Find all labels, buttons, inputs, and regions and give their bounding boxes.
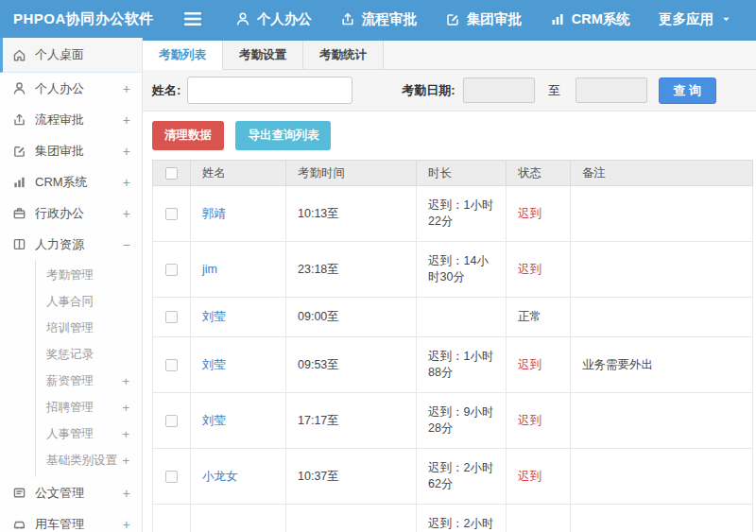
column-header-4: 备注 xyxy=(571,161,753,186)
duration: 迟到：2小时62分 xyxy=(417,449,507,505)
note xyxy=(571,449,753,505)
topnav-label: 更多应用 xyxy=(659,10,713,28)
expand-plus-icon[interactable]: + xyxy=(123,206,130,221)
sidebar-item-5[interactable]: 行政办公+ xyxy=(0,197,142,229)
attendance-time: 10:13至 xyxy=(286,186,417,242)
topnav-item-1[interactable]: 流程审批 xyxy=(340,10,417,28)
sidebar-sub-item-4[interactable]: 薪资管理+ xyxy=(36,368,142,394)
attendance-table: 姓名考勤时间时长状态备注 郭靖10:13至迟到：1小时22分迟到jim23:18… xyxy=(152,160,753,532)
search-button[interactable]: 查 询 xyxy=(659,77,716,104)
sidebar-sub-item-label: 薪资管理 xyxy=(46,373,94,389)
sidebar-item-8[interactable]: 用车管理+ xyxy=(0,508,142,532)
employee-name-link[interactable]: 郭靖 xyxy=(202,207,226,220)
sidebar-item-2[interactable]: 流程审批+ xyxy=(0,104,142,135)
sidebar-sub-item-6[interactable]: 人事管理+ xyxy=(36,420,142,447)
sidebar-item-label: 个人办公 xyxy=(35,80,84,97)
select-all-checkbox[interactable] xyxy=(165,167,178,180)
duration xyxy=(417,298,507,337)
date-from-input[interactable] xyxy=(463,77,535,103)
employee-name-link[interactable]: jim xyxy=(202,263,217,276)
expand-plus-icon[interactable]: + xyxy=(123,112,130,128)
table-row: 刘莹17:17至迟到：9小时28分迟到 xyxy=(153,393,753,449)
table-header-row: 姓名考勤时间时长状态备注 xyxy=(153,161,753,186)
row-checkbox[interactable] xyxy=(165,359,178,371)
tab-0[interactable]: 考勤列表 xyxy=(143,41,223,70)
sidebar-sub-item-7[interactable]: 基础类别设置+ xyxy=(36,447,142,473)
tab-2[interactable]: 考勤统计 xyxy=(303,41,384,70)
note: 1111 xyxy=(571,505,753,532)
status-badge: 迟到 xyxy=(518,470,541,483)
status-badge: 迟到 xyxy=(518,263,541,276)
sidebar-sub-item-label: 奖惩记录 xyxy=(46,347,94,363)
process-icon xyxy=(340,11,355,26)
date-label: 考勤日期: xyxy=(402,82,455,99)
name-label: 姓名: xyxy=(152,82,180,99)
expand-plus-icon[interactable]: + xyxy=(123,175,130,190)
chart-icon xyxy=(12,175,26,189)
book-icon xyxy=(12,237,26,251)
employee-name-link[interactable]: 刘莹 xyxy=(202,310,226,323)
sidebar-sub-list: 考勤管理人事合同培训管理奖惩记录薪资管理+招聘管理+人事管理+基础类别设置+ xyxy=(35,260,142,477)
date-to-input[interactable] xyxy=(576,77,647,103)
topnav-item-4[interactable]: 更多应用 xyxy=(659,10,731,28)
top-navigation: 个人办公流程审批集团审批CRM系统更多应用 xyxy=(235,10,756,28)
process-icon xyxy=(12,112,26,127)
sidebar-sub-item-3[interactable]: 奖惩记录 xyxy=(36,341,142,368)
column-header-0: 姓名 xyxy=(191,161,286,186)
column-header-2: 时长 xyxy=(417,161,507,186)
employee-name-link[interactable]: 小龙女 xyxy=(202,470,238,483)
sidebar-sub-item-label: 人事管理 xyxy=(46,426,94,442)
expand-plus-icon[interactable]: + xyxy=(122,401,129,415)
table-row: 刘莹09:00至正常 xyxy=(153,298,753,337)
user-icon xyxy=(12,81,26,95)
sidebar-sub-item-1[interactable]: 人事合同 xyxy=(36,288,142,315)
user-icon xyxy=(235,11,250,26)
expand-plus-icon[interactable]: + xyxy=(122,427,129,441)
expand-plus-icon[interactable]: + xyxy=(123,81,130,96)
sidebar-sub-item-label: 人事合同 xyxy=(46,294,94,310)
collapse-minus-icon[interactable]: − xyxy=(123,237,130,252)
name-input[interactable] xyxy=(187,77,352,104)
status-badge: 正常 xyxy=(518,310,541,323)
topnav-item-2[interactable]: 集团审批 xyxy=(445,10,522,28)
attendance-time: 10:37至 xyxy=(286,449,417,505)
clear-data-button[interactable]: 清理数据 xyxy=(152,121,224,150)
topnav-item-0[interactable]: 个人办公 xyxy=(235,10,312,28)
export-list-button[interactable]: 导出查询列表 xyxy=(235,121,331,150)
sidebar: 个人桌面个人办公+流程审批+集团审批+CRM系统+行政办公+人力资源−考勤管理人… xyxy=(0,38,143,532)
sidebar-item-1[interactable]: 个人办公+ xyxy=(0,73,142,104)
sidebar-sub-item-label: 招聘管理 xyxy=(46,400,94,416)
note xyxy=(571,393,753,449)
date-to-separator: 至 xyxy=(548,82,560,99)
row-checkbox[interactable] xyxy=(165,471,178,483)
sidebar-sub-item-5[interactable]: 招聘管理+ xyxy=(36,394,142,420)
chart-icon xyxy=(550,11,565,26)
employee-name-link[interactable]: 刘莹 xyxy=(202,414,226,427)
row-checkbox[interactable] xyxy=(165,208,178,220)
duration: 迟到：1小时22分 xyxy=(417,186,507,242)
sidebar-item-4[interactable]: CRM系统+ xyxy=(0,166,142,197)
sidebar-sub-item-0[interactable]: 考勤管理 xyxy=(36,262,142,288)
topnav-item-3[interactable]: CRM系统 xyxy=(550,10,630,28)
expand-plus-icon[interactable]: + xyxy=(122,374,129,388)
topnav-label: 流程审批 xyxy=(362,10,417,28)
status-badge: 迟到 xyxy=(518,358,541,371)
duration: 迟到：1小时88分 xyxy=(417,337,507,393)
sidebar-sub-item-2[interactable]: 培训管理 xyxy=(36,315,142,341)
employee-name-link[interactable]: 刘莹 xyxy=(202,358,226,371)
expand-plus-icon[interactable]: + xyxy=(122,454,129,468)
sidebar-item-0[interactable]: 个人桌面 xyxy=(0,38,142,73)
row-checkbox[interactable] xyxy=(165,264,178,276)
attendance-time: 09:53至 xyxy=(286,337,417,393)
menu-icon[interactable] xyxy=(184,12,201,26)
tab-1[interactable]: 考勤设置 xyxy=(223,41,303,70)
expand-plus-icon[interactable]: + xyxy=(123,486,130,501)
expand-plus-icon[interactable]: + xyxy=(123,517,130,532)
attendance-time: 09:00至 xyxy=(286,298,417,337)
row-checkbox[interactable] xyxy=(165,311,178,323)
sidebar-item-7[interactable]: 公文管理+ xyxy=(0,477,142,508)
row-checkbox[interactable] xyxy=(165,415,178,427)
sidebar-item-3[interactable]: 集团审批+ xyxy=(0,135,142,166)
sidebar-item-6[interactable]: 人力资源− xyxy=(0,229,142,260)
expand-plus-icon[interactable]: + xyxy=(123,144,130,159)
